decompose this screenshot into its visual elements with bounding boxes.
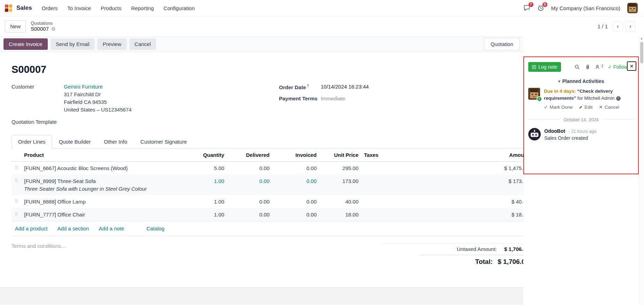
planned-activities-header[interactable]: ▾Planned Activities xyxy=(524,75,638,86)
message-body: Sales Order created xyxy=(544,135,597,141)
cell-invoiced[interactable]: 0.00 xyxy=(272,208,319,221)
edit-activity-button[interactable]: Edit xyxy=(579,104,592,110)
cell-taxes[interactable] xyxy=(361,162,448,175)
menu-item-configuration[interactable]: Configuration xyxy=(164,5,195,11)
cell-product[interactable]: [FURN_6667] Acoustic Bloc Screens (Wood) xyxy=(21,162,185,175)
cancel-button[interactable]: Cancel xyxy=(129,38,156,50)
annotation-highlight-box: ✕ Log note xyxy=(523,56,639,174)
scrollbar-thumb[interactable] xyxy=(640,42,643,63)
drag-handle-icon[interactable]: ⠿ xyxy=(12,162,21,175)
apps-grid-icon[interactable] xyxy=(5,5,12,12)
table-row: ⠿ [FURN_7777] Office Chair 1.00 0.00 0.0… xyxy=(12,208,532,221)
new-button[interactable]: New xyxy=(5,20,26,32)
cell-delivered[interactable]: 0.00 xyxy=(227,208,272,221)
send-by-email-button[interactable]: Send by Email xyxy=(51,38,95,50)
cell-unit-price[interactable]: 18.00 xyxy=(319,208,361,221)
drag-handle-icon[interactable]: ⠿ xyxy=(12,195,21,208)
cell-amount: $ 40.00 xyxy=(448,195,532,208)
cell-invoiced[interactable]: 0.00 xyxy=(272,175,319,195)
activities-icon[interactable]: 5 xyxy=(537,5,544,12)
cell-product[interactable]: [FURN_7777] Office Chair xyxy=(21,208,185,221)
cell-quantity[interactable]: 1.00 xyxy=(185,175,227,195)
followers-count: 2 xyxy=(601,64,604,68)
preview-button[interactable]: Preview xyxy=(97,38,126,50)
record-pager: 1 / 1 ‹ › xyxy=(598,22,636,31)
chatter-panel: ✕ Log note xyxy=(523,36,639,305)
cell-delivered[interactable]: 0.00 xyxy=(227,175,272,195)
user-avatar[interactable] xyxy=(627,3,638,13)
app-brand[interactable]: Sales xyxy=(16,5,32,12)
cell-product[interactable]: [FURN_8999] Three-Seat Sofa Three Seater… xyxy=(21,175,185,195)
customer-link[interactable]: Gemini Furniture xyxy=(64,84,103,90)
close-icon[interactable]: ✕ xyxy=(627,61,636,71)
address-line: 317 Fairchild Dr xyxy=(64,91,279,98)
column-invoiced[interactable]: Invoiced xyxy=(272,148,319,162)
menu-item-products[interactable]: Products xyxy=(101,5,121,11)
column-amount[interactable]: Amount xyxy=(448,148,532,162)
terms-placeholder[interactable]: Terms and conditions... xyxy=(12,243,65,268)
settings-gear-icon[interactable]: ⚙ xyxy=(51,26,56,32)
drag-handle-icon[interactable]: ⠿ xyxy=(12,175,21,195)
column-product[interactable]: Product xyxy=(21,148,185,162)
column-delivered[interactable]: Delivered xyxy=(227,148,272,162)
followers-icon[interactable]: 2 xyxy=(595,64,604,70)
cell-invoiced[interactable]: 0.00 xyxy=(272,162,319,175)
date-separator: October 14, 2024 xyxy=(528,120,635,124)
cancel-activity-button[interactable]: ✕ Cancel xyxy=(599,104,619,110)
cell-unit-price[interactable]: 40.00 xyxy=(319,195,361,208)
column-quantity[interactable]: Quantity xyxy=(185,148,227,162)
company-switcher[interactable]: My Company (San Francisco) xyxy=(551,5,620,11)
pager-next-button[interactable]: › xyxy=(625,22,636,31)
customer-address: 317 Fairchild Dr Fairfield CA 94535 Unit… xyxy=(64,91,279,113)
column-taxes[interactable]: Taxes xyxy=(361,148,448,162)
tab-customer-signature[interactable]: Customer Signature xyxy=(134,135,194,148)
message-timestamp: - 21 hours ago xyxy=(568,129,597,134)
help-question-icon[interactable]: ? xyxy=(307,84,309,88)
tab-quote-builder[interactable]: Quote Builder xyxy=(52,135,97,148)
payment-terms-label: Payment Terms xyxy=(279,96,321,101)
log-note-button[interactable]: Log note xyxy=(528,62,561,72)
add-section-link[interactable]: Add a section xyxy=(57,226,89,231)
cell-taxes[interactable] xyxy=(361,175,448,195)
cell-delivered[interactable]: 0.00 xyxy=(227,195,272,208)
cell-taxes[interactable] xyxy=(361,208,448,221)
cell-quantity[interactable]: 1.00 xyxy=(185,208,227,221)
pager-previous-button[interactable]: ‹ xyxy=(613,22,623,31)
customer-label: Customer xyxy=(12,84,64,90)
tab-order-lines[interactable]: Order Lines xyxy=(12,135,52,148)
cell-delivered[interactable]: 0.00 xyxy=(227,162,272,175)
stage-badge-quotation[interactable]: Quotation xyxy=(484,38,520,50)
messages-icon[interactable]: 7 xyxy=(523,5,530,12)
catalog-link[interactable]: Catalog xyxy=(146,226,165,231)
add-note-link[interactable]: Add a note xyxy=(99,226,124,231)
menu-item-reporting[interactable]: Reporting xyxy=(131,5,154,11)
breadcrumb: Quotations S00007 ⚙ xyxy=(31,21,55,32)
breadcrumb-parent[interactable]: Quotations xyxy=(31,21,55,26)
info-icon[interactable]: i xyxy=(616,96,621,101)
cell-unit-price[interactable]: 173.00 xyxy=(319,175,361,195)
create-invoice-button[interactable]: Create Invoice xyxy=(3,38,48,50)
column-unit-price[interactable]: Unit Price xyxy=(319,148,361,162)
attachment-icon[interactable] xyxy=(585,64,591,70)
cell-quantity[interactable]: 1.00 xyxy=(185,195,227,208)
mark-done-button[interactable]: ✓ Mark Done xyxy=(544,104,573,110)
quotation-template-label: Quotation Template xyxy=(12,119,57,125)
check-icon: ✓ xyxy=(544,104,548,110)
cell-unit-price[interactable]: 295.00 xyxy=(319,162,361,175)
drag-handle-icon[interactable]: ⠿ xyxy=(12,208,21,221)
add-product-link[interactable]: Add a product xyxy=(15,226,47,231)
order-lines-table: Product Quantity Delivered Invoiced Unit… xyxy=(12,148,532,221)
payment-terms-value[interactable]: Immediate xyxy=(321,96,345,101)
vertical-scrollbar[interactable]: ▲ xyxy=(639,36,644,305)
cell-invoiced[interactable]: 0.00 xyxy=(272,195,319,208)
cell-taxes[interactable] xyxy=(361,195,448,208)
cell-quantity[interactable]: 5.00 xyxy=(185,162,227,175)
search-icon[interactable] xyxy=(574,64,580,70)
status-bar: Create Invoice Send by Email Preview Can… xyxy=(0,36,523,52)
scrollbar-up-arrow-icon[interactable]: ▲ xyxy=(639,36,644,40)
order-date-value[interactable]: 10/14/2024 16:23:44 xyxy=(321,84,369,90)
menu-item-orders[interactable]: Orders xyxy=(41,5,58,11)
cell-product[interactable]: [FURN_8888] Office Lamp xyxy=(21,195,185,208)
menu-item-to-invoice[interactable]: To Invoice xyxy=(67,5,91,11)
tab-other-info[interactable]: Other Info xyxy=(97,135,134,148)
